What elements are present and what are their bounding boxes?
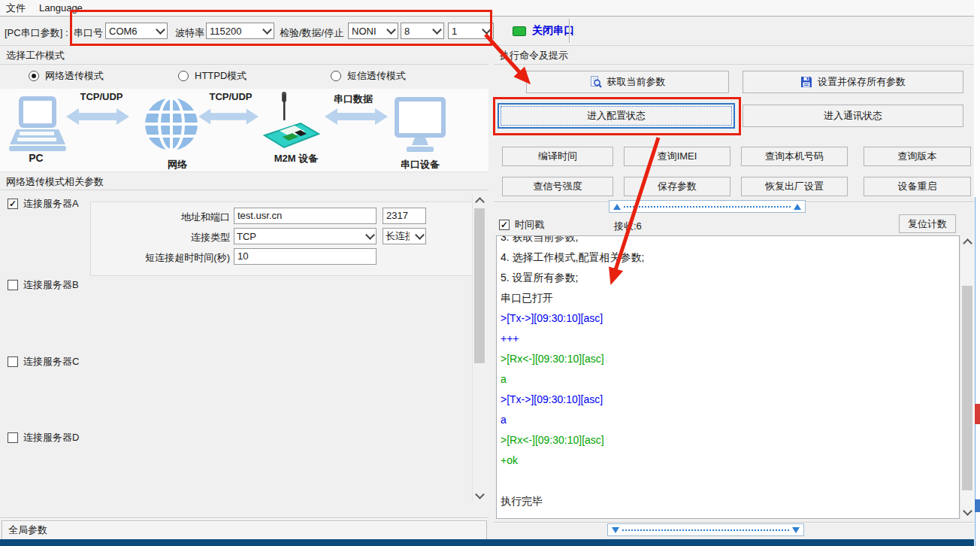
parity-combobox[interactable]: NONI xyxy=(348,23,398,39)
button-label: 保存参数 xyxy=(658,180,697,193)
save-floppy-icon xyxy=(800,76,812,88)
enter-config-state-button[interactable]: 进入配置状态 xyxy=(498,103,735,129)
chevron-down-icon xyxy=(415,230,425,240)
stopbits-combobox[interactable]: 1 xyxy=(448,23,494,39)
log-line xyxy=(501,471,957,491)
log-scrollbar[interactable] xyxy=(960,235,974,519)
chevron-down-icon xyxy=(432,25,442,35)
scroll-up-icon[interactable] xyxy=(960,235,974,248)
radio-selected-icon xyxy=(29,71,39,81)
slider-handle-icon[interactable] xyxy=(792,527,800,533)
network-globe-icon xyxy=(144,94,198,157)
checkbox-server-d[interactable]: 连接服务器D xyxy=(8,431,79,444)
global-params-bar[interactable]: 全局参数 xyxy=(2,520,487,540)
address-input[interactable]: test.usr.cn xyxy=(234,208,377,224)
radio-sms-transparent-mode[interactable]: 短信透传模式 xyxy=(331,69,406,83)
radio-net-transparent-mode[interactable]: 网络透传模式 xyxy=(29,69,104,83)
link3-label: 串口数据 xyxy=(323,93,383,106)
slider-track xyxy=(624,206,791,208)
server-a-params: 地址和端口 test.usr.cn 2317 连接类型 TCP 长连接 短连接超… xyxy=(90,202,476,276)
factory-reset-button[interactable]: 恢复出厂设置 xyxy=(741,177,848,196)
checkbox-icon xyxy=(8,432,18,443)
double-arrow-icon xyxy=(325,107,388,126)
double-arrow-icon xyxy=(198,107,259,126)
databits-value: 8 xyxy=(404,26,410,37)
port-combobox[interactable]: COM6 xyxy=(105,23,168,39)
port-label: 串口号 xyxy=(74,26,103,40)
query-version-button[interactable]: 查询版本 xyxy=(864,147,971,166)
scroll-up-icon[interactable] xyxy=(473,194,486,207)
checkbox-checked-icon xyxy=(499,220,510,230)
reset-counter-button[interactable]: 复位计数 xyxy=(899,214,956,233)
scroll-down-icon[interactable] xyxy=(473,490,486,502)
port-value: COM6 xyxy=(109,26,138,37)
query-signal-button[interactable]: 查信号强度 xyxy=(502,177,613,196)
serial-device-monitor-icon xyxy=(394,97,446,156)
checkbox-server-b[interactable]: 连接服务器B xyxy=(8,278,79,292)
compile-time-button[interactable]: 编译时间 xyxy=(502,147,613,166)
query-local-number-button[interactable]: 查询本机号码 xyxy=(741,147,848,166)
serial-toolbar: [PC串口参数] : 串口号 COM6 波特率 115200 检验/数据/停止 … xyxy=(0,17,980,46)
timeout-input[interactable]: 10 xyxy=(234,248,377,265)
slider-handle-icon[interactable] xyxy=(612,527,619,533)
serial-open-led-icon xyxy=(513,26,526,36)
log-line: 执行完毕 xyxy=(501,491,957,511)
scrollbar-thumb[interactable] xyxy=(962,286,972,490)
background-window-strip xyxy=(974,0,980,546)
scrollbar-thumb[interactable] xyxy=(474,208,485,363)
button-label: 设备重启 xyxy=(898,180,937,193)
chevron-down-icon xyxy=(386,25,396,35)
scroll-down-icon[interactable] xyxy=(960,506,974,519)
button-label: 查询版本 xyxy=(898,150,937,163)
split-slider-bottom[interactable] xyxy=(607,523,804,536)
work-mode-title: 选择工作模式 xyxy=(0,46,488,65)
chevron-down-icon xyxy=(156,25,165,35)
log-line: 5. 设置所有参数; xyxy=(501,268,957,288)
close-serial-button[interactable]: 关闭串口 xyxy=(508,19,579,43)
link1-label: TCP/UDP xyxy=(71,91,132,102)
stopbits-value: 1 xyxy=(452,26,457,37)
log-line: >[Tx->][09:30:10][asc] xyxy=(501,308,957,329)
checkbox-checked-icon xyxy=(8,199,18,209)
device-restart-button[interactable]: 设备重启 xyxy=(864,177,971,196)
conn-type-value: TCP xyxy=(237,231,256,242)
checkbox-server-a[interactable]: 连接服务器A xyxy=(8,197,79,211)
radio-label: 短信透传模式 xyxy=(347,69,406,83)
button-label: 获取当前参数 xyxy=(607,75,666,89)
get-params-button[interactable]: 获取当前参数 xyxy=(526,71,729,93)
baud-label: 波特率 xyxy=(175,26,204,40)
radio-httpd-mode[interactable]: HTTPD模式 xyxy=(178,69,247,83)
topology-diagram: PC TCP/UDP 网络 TCP/UDP xyxy=(0,89,488,171)
divider xyxy=(0,517,488,519)
menu-bar: 文件 Language xyxy=(0,0,980,17)
parity-value: NONI xyxy=(352,26,377,37)
conn-type-label: 连接类型 xyxy=(93,231,230,244)
button-label: 设置并保存所有参数 xyxy=(818,75,906,89)
slider-handle-icon[interactable] xyxy=(613,204,621,210)
left-panel-scrollbar[interactable] xyxy=(472,194,486,502)
close-serial-label: 关闭串口 xyxy=(532,24,574,38)
save-params-button[interactable]: 保存参数 xyxy=(624,177,730,196)
menu-language[interactable]: Language xyxy=(33,1,90,15)
slider-handle-icon[interactable] xyxy=(794,204,801,210)
set-save-all-button[interactable]: 设置并保存所有参数 xyxy=(743,71,963,93)
receive-count: 接收:6 xyxy=(614,220,642,233)
databits-combobox[interactable]: 8 xyxy=(401,23,444,39)
enter-comm-state-button[interactable]: 进入通讯状态 xyxy=(743,105,963,127)
toolbar-separator xyxy=(569,19,570,43)
button-label: 查询IMEI xyxy=(658,150,697,163)
conn-type-select[interactable]: TCP xyxy=(234,228,377,244)
split-slider-top[interactable] xyxy=(609,200,806,213)
checkbox-server-c[interactable]: 连接服务器C xyxy=(8,355,79,369)
menu-file[interactable]: 文件 xyxy=(0,0,33,17)
timestamp-checkbox[interactable]: 时间戳 xyxy=(499,218,544,232)
node-network-label: 网络 xyxy=(156,158,198,171)
query-imei-button[interactable]: 查询IMEI xyxy=(624,147,730,166)
baud-combobox[interactable]: 115200 xyxy=(206,23,274,39)
node-m2m-label: M2M 设备 xyxy=(265,152,328,165)
port-input[interactable]: 2317 xyxy=(383,208,426,224)
conn-mode-select[interactable]: 长连接 xyxy=(383,228,426,244)
log-output[interactable]: 3. 获取当前参数; 4. 选择工作模式,配置相关参数; 5. 设置所有参数; … xyxy=(496,235,960,519)
button-label: 进入配置状态 xyxy=(587,109,646,123)
checkbox-label: 时间戳 xyxy=(515,218,544,232)
